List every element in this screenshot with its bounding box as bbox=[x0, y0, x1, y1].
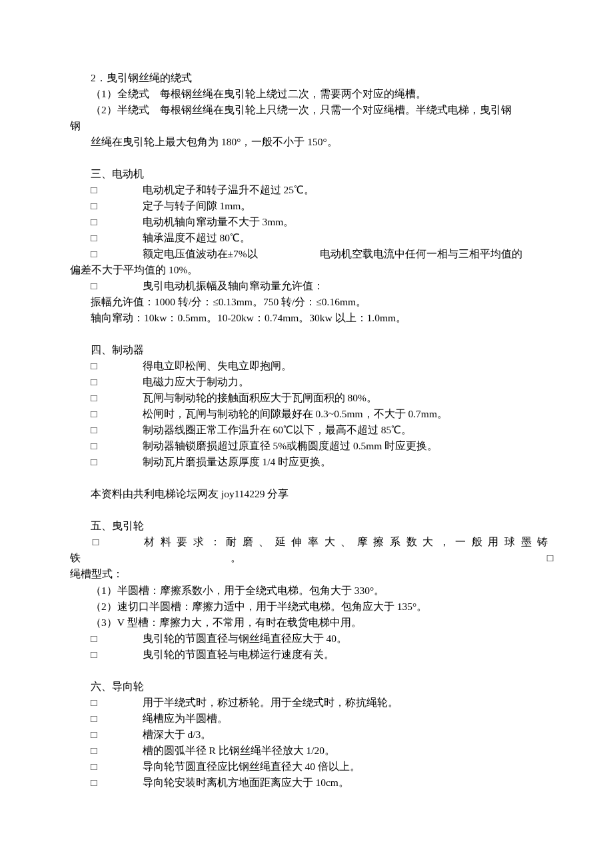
list-item-text: 瓦闸与制动轮的接触面积应大于瓦闸面积的 80%。 bbox=[143, 390, 554, 406]
bullet-icon: □ bbox=[91, 695, 101, 711]
paragraph-continuation: 钢 bbox=[70, 118, 553, 134]
bullet-icon: □ bbox=[91, 374, 101, 390]
text-fragment: 电动机空载电流中任何一相与三相平均值的 bbox=[320, 248, 522, 259]
note-text: 本资料由共利电梯论坛网友 joy114229 分享 bbox=[70, 486, 553, 502]
section-5-title: 五、曳引轮 bbox=[70, 518, 553, 534]
list-item: □电动机定子和转子温升不超过 25℃。 bbox=[70, 182, 553, 198]
bullet-icon: □ bbox=[91, 406, 101, 422]
blank-line bbox=[70, 470, 553, 486]
list-item: □ 材料要求：耐磨、延伸率大、摩擦系数大，一般用球墨铸铁。 □ bbox=[70, 534, 553, 566]
list-item: □定子与转子间隙 1mm。 bbox=[70, 198, 553, 214]
list-item-text: 得电立即松闸、失电立即抱闸。 bbox=[143, 358, 554, 374]
list-item: □槽深大于 d/3。 bbox=[70, 727, 553, 743]
blank-line bbox=[70, 150, 553, 166]
paragraph: （3）V 型槽：摩擦力大，不常用，有时在载货电梯中用。 bbox=[70, 615, 553, 631]
list-item: □用于半绕式时，称过桥轮。用于全绕式时，称抗绳轮。 bbox=[70, 695, 553, 711]
list-item-text: 电动机轴向窜动量不大于 3mm。 bbox=[143, 214, 554, 230]
bullet-icon: □ bbox=[91, 390, 101, 406]
list-item-text: 槽的圆弧半径 R 比钢丝绳半径放大 1/20。 bbox=[143, 743, 554, 759]
list-item: □曳引轮的节圆直轻与电梯运行速度有关。 bbox=[70, 647, 553, 663]
list-item: □瓦闸与制动轮的接触面积应大于瓦闸面积的 80%。 bbox=[70, 390, 553, 406]
list-item: □制动器轴锁磨损超过原直径 5%或椭圆度超过 0.5mm 时应更换。 bbox=[70, 438, 553, 454]
paragraph: 丝绳在曳引轮上最大包角为 180°，一般不小于 150°。 bbox=[70, 134, 553, 150]
paragraph: （2）速切口半圆槽：摩擦力适中，用于半绕式电梯。包角应大于 135°。 bbox=[70, 599, 553, 615]
list-item: □导向轮安装时离机方地面距离应大于 10cm。 bbox=[70, 775, 553, 791]
bullet-icon: □ bbox=[91, 438, 101, 454]
paragraph-continuation: 偏差不大于平均值的 10%。 bbox=[70, 262, 553, 278]
list-item-text: 用于半绕式时，称过桥轮。用于全绕式时，称抗绳轮。 bbox=[143, 695, 554, 711]
text-fragment: 额定电压值波动在±7%以 bbox=[143, 248, 258, 259]
section-2-title: 2．曳引钢丝绳的绕式 bbox=[70, 70, 553, 86]
bullet-icon: □ bbox=[91, 358, 101, 374]
paragraph: 轴向窜动：10kw：0.5mm。10-20kw：0.74mm。30kw 以上：1… bbox=[70, 310, 553, 326]
list-item: □松闸时，瓦闸与制动轮的间隙最好在 0.3~0.5mm，不大于 0.7mm。 bbox=[70, 406, 553, 422]
bullet-icon: □ bbox=[91, 422, 101, 438]
list-item: □得电立即松闸、失电立即抱闸。 bbox=[70, 358, 553, 374]
document-page: 2．曳引钢丝绳的绕式 （1）全绕式 每根钢丝绳在曳引轮上绕过二次，需要两个对应的… bbox=[0, 0, 613, 831]
list-item: □电动机轴向窜动量不大于 3mm。 bbox=[70, 214, 553, 230]
section-6-title: 六、导向轮 bbox=[70, 679, 553, 695]
bullet-icon: □ bbox=[91, 759, 101, 775]
list-item: □电磁力应大于制动力。 bbox=[70, 374, 553, 390]
bullet-icon: □ bbox=[91, 743, 101, 759]
paragraph: （1）半圆槽：摩擦系数小，用于全绕式电梯。包角大于 330°。 bbox=[70, 583, 553, 599]
bullet-icon: □ bbox=[91, 711, 101, 727]
paragraph: （2）半绕式 每根钢丝绳在曳引轮上只绕一次，只需一个对应绳槽。半绕式电梯，曳引钢 bbox=[70, 102, 553, 118]
list-item-text: 额定电压值波动在±7%以电动机空载电流中任何一相与三相平均值的 bbox=[143, 246, 554, 262]
bullet-icon: □ bbox=[91, 775, 101, 791]
list-item-text: 导向轮节圆直径应比钢丝绳直径大 40 倍以上。 bbox=[143, 759, 554, 775]
bullet-icon: □ bbox=[91, 230, 101, 246]
list-item: □曳引电动机振幅及轴向窜动量允许值： bbox=[70, 278, 553, 294]
blank-line bbox=[70, 502, 553, 518]
bullet-icon: □ bbox=[91, 631, 101, 647]
list-item-text: 制动器轴锁磨损超过原直径 5%或椭圆度超过 0.5mm 时应更换。 bbox=[143, 438, 554, 454]
list-item: □额定电压值波动在±7%以电动机空载电流中任何一相与三相平均值的 bbox=[70, 246, 553, 262]
list-item-text: 槽深大于 d/3。 bbox=[143, 727, 554, 743]
list-item-text: 轴承温度不超过 80℃。 bbox=[143, 230, 554, 246]
list-item-text: 绳槽应为半圆槽。 bbox=[143, 711, 554, 727]
bullet-icon: □ bbox=[91, 278, 101, 294]
list-item-text: 曳引轮的节圆直轻与电梯运行速度有关。 bbox=[143, 647, 554, 663]
list-item-text: 松闸时，瓦闸与制动轮的间隙最好在 0.3~0.5mm，不大于 0.7mm。 bbox=[143, 406, 554, 422]
paragraph: 振幅允许值：1000 转/分：≤0.13mm。750 转/分：≤0.16mm。 bbox=[70, 294, 553, 310]
list-item-text: 制动器线圈正常工作温升在 60℃以下，最高不超过 85℃。 bbox=[143, 422, 554, 438]
list-item-text: 曳引电动机振幅及轴向窜动量允许值： bbox=[143, 278, 554, 294]
bullet-icon: □ bbox=[91, 182, 101, 198]
list-item: □绳槽应为半圆槽。 bbox=[70, 711, 553, 727]
bullet-icon: □ bbox=[91, 198, 101, 214]
list-item: □导向轮节圆直径应比钢丝绳直径大 40 倍以上。 bbox=[70, 759, 553, 775]
paragraph-continuation: 绳槽型式： bbox=[70, 566, 553, 582]
list-item-text: 材料要求：耐磨、延伸率大、摩擦系数大，一般用球墨铸铁。 bbox=[70, 536, 553, 563]
list-item-text: 导向轮安装时离机方地面距离应大于 10cm。 bbox=[143, 775, 554, 791]
bullet-icon: □ bbox=[91, 454, 101, 470]
bullet-icon: □ bbox=[91, 727, 101, 743]
section-3-title: 三、电动机 bbox=[70, 166, 553, 182]
bullet-icon: □ bbox=[91, 214, 101, 230]
list-item-text: 电动机定子和转子温升不超过 25℃。 bbox=[143, 182, 554, 198]
list-item: □制动瓦片磨损量达原厚度 1/4 时应更换。 bbox=[70, 454, 553, 470]
paragraph: （1）全绕式 每根钢丝绳在曳引轮上绕过二次，需要两个对应的绳槽。 bbox=[70, 86, 553, 102]
list-item-text: 定子与转子间隙 1mm。 bbox=[143, 198, 554, 214]
blank-line bbox=[70, 326, 553, 342]
bullet-icon: □ bbox=[91, 647, 101, 663]
section-4-title: 四、制动器 bbox=[70, 342, 553, 358]
list-item-text: 曳引轮的节圆直径与钢丝绳直径应大于 40。 bbox=[143, 631, 554, 647]
list-item: □制动器线圈正常工作温升在 60℃以下，最高不超过 85℃。 bbox=[70, 422, 553, 438]
list-item: □槽的圆弧半径 R 比钢丝绳半径放大 1/20。 bbox=[70, 743, 553, 759]
list-item-text: 电磁力应大于制动力。 bbox=[143, 374, 554, 390]
blank-line bbox=[70, 663, 553, 679]
bullet-icon: □ bbox=[91, 246, 101, 262]
list-item: □曳引轮的节圆直径与钢丝绳直径应大于 40。 bbox=[70, 631, 553, 647]
list-item-text: 制动瓦片磨损量达原厚度 1/4 时应更换。 bbox=[143, 454, 554, 470]
list-item: □轴承温度不超过 80℃。 bbox=[70, 230, 553, 246]
